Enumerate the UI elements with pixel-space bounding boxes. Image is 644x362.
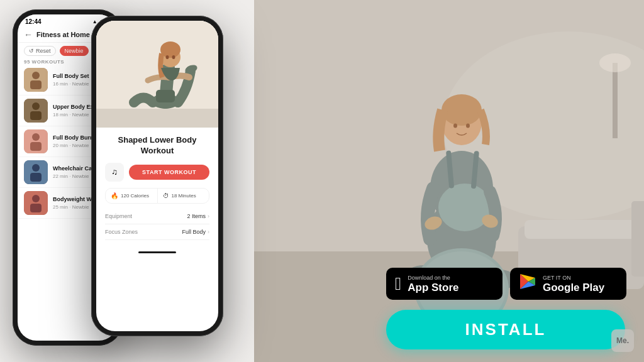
google-play-large-text: Google Play	[543, 282, 604, 293]
workout-detail-title: Shaped Lower Body Workout	[105, 135, 209, 156]
workout-thumb	[24, 160, 48, 184]
fire-icon: 🔥	[111, 192, 118, 199]
chevron-icon: ›	[208, 213, 209, 219]
svg-point-18	[441, 94, 482, 126]
status-time: 12:44	[25, 18, 42, 25]
workout-thumb	[24, 68, 48, 92]
svg-point-7	[599, 53, 631, 72]
time-label: 18 Minutes	[172, 193, 196, 199]
me-badge: Me.	[611, 329, 634, 352]
google-play-button[interactable]: GET IT ON Google Play	[510, 268, 626, 300]
equipment-value: 2 Items ›	[187, 213, 209, 219]
app-store-button[interactable]:  Download on the App Store	[386, 268, 502, 300]
focus-label: Focus Zones	[105, 229, 138, 235]
svg-rect-25	[30, 80, 42, 89]
timer-icon: ⏱	[163, 192, 169, 199]
stats-row: 🔥 120 Calories ⏱ 18 Minutes	[105, 188, 209, 204]
focus-value: Full Body ›	[182, 229, 209, 235]
svg-rect-31	[30, 142, 42, 151]
svg-rect-47	[156, 90, 175, 102]
svg-rect-28	[30, 111, 42, 120]
svg-rect-39	[96, 109, 218, 128]
svg-rect-4	[525, 220, 638, 239]
google-play-icon	[519, 273, 536, 295]
svg-point-46	[172, 55, 175, 59]
svg-rect-37	[30, 204, 42, 212]
install-button[interactable]: INSTALL	[386, 310, 625, 349]
calories-stat: 🔥 120 Calories	[106, 189, 157, 203]
calories-label: 120 Calories	[121, 193, 149, 199]
chevron-icon: ›	[208, 229, 209, 235]
svg-point-20	[466, 124, 470, 128]
svg-point-33	[32, 164, 40, 172]
reset-icon: ↺	[29, 48, 34, 54]
store-buttons:  Download on the App Store GET IT ON Go…	[386, 268, 625, 300]
svg-point-14	[438, 184, 491, 231]
svg-point-19	[453, 124, 457, 128]
workout-thumb	[24, 129, 48, 153]
back-button[interactable]: ←	[24, 30, 33, 40]
detail-actions: ♫ START WORKOUT	[105, 163, 209, 182]
svg-point-36	[32, 195, 40, 202]
music-icon[interactable]: ♫	[105, 163, 124, 182]
workout-thumb	[24, 99, 48, 123]
right-content:  Download on the App Store GET IT ON Go…	[374, 255, 644, 362]
svg-rect-6	[613, 63, 618, 138]
app-store-small-text: Download on the	[408, 275, 458, 281]
reset-filter[interactable]: ↺ Reset	[24, 46, 56, 56]
apple-icon: 	[395, 274, 401, 294]
phone-detail: ←	[91, 16, 230, 343]
newbie-filter[interactable]: Newbie	[60, 46, 89, 56]
svg-point-24	[32, 72, 40, 79]
start-workout-button[interactable]: START WORKOUT	[129, 165, 209, 180]
app-title: Fitness at Home	[36, 31, 90, 38]
svg-point-27	[32, 102, 40, 110]
svg-point-45	[166, 55, 169, 59]
google-play-small-text: GET IT ON	[543, 275, 604, 281]
workout-thumb	[24, 191, 48, 215]
focus-zones-row[interactable]: Focus Zones Full Body ›	[105, 224, 209, 240]
equipment-label: Equipment	[105, 213, 132, 219]
equipment-row[interactable]: Equipment 2 Items ›	[105, 209, 209, 224]
svg-rect-34	[30, 173, 42, 182]
workout-detail-content: Shaped Lower Body Workout ♫ START WORKOU…	[96, 128, 218, 248]
app-store-large-text: App Store	[408, 282, 458, 293]
home-indicator	[138, 251, 176, 253]
time-stat: ⏱ 18 Minutes	[157, 189, 209, 203]
svg-point-30	[32, 133, 40, 141]
workout-hero: ←	[96, 21, 218, 128]
hero-illustration	[96, 21, 218, 128]
